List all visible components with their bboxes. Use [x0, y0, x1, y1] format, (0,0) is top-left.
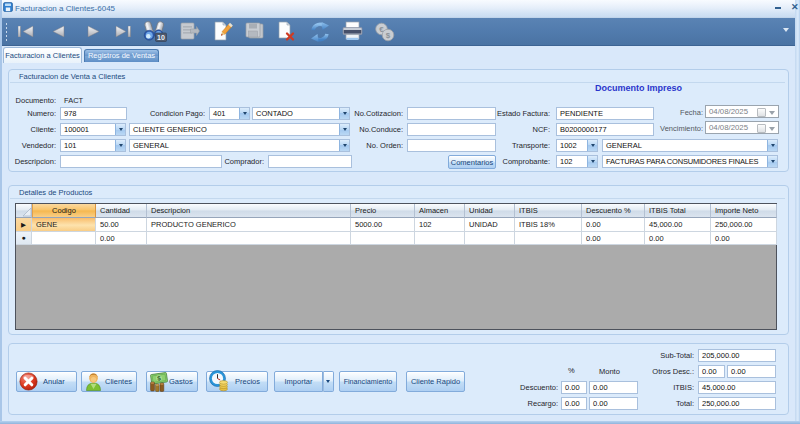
svg-text:$: $ [386, 31, 391, 40]
svg-text:10: 10 [157, 34, 165, 41]
